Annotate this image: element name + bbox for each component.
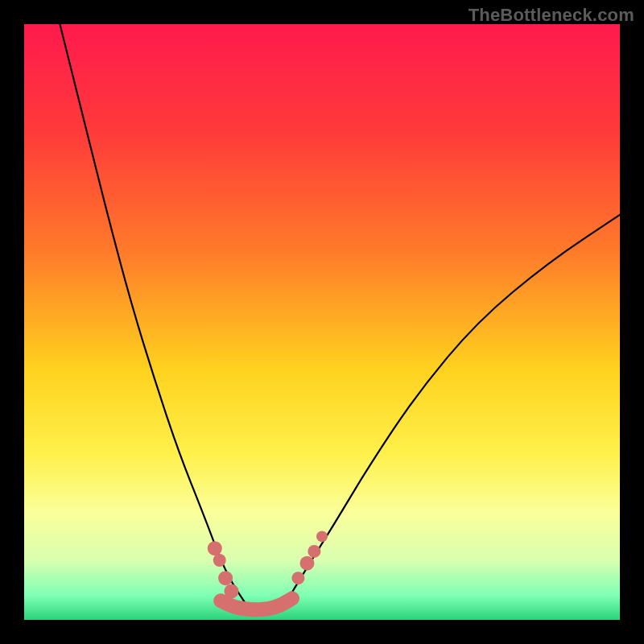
- data-marker: [316, 530, 328, 542]
- left-curve: [60, 24, 244, 602]
- watermark-text: TheBottleneck.com: [469, 5, 634, 26]
- right-curve: [287, 215, 620, 602]
- data-marker: [213, 554, 226, 567]
- data-marker: [308, 545, 320, 558]
- optimum-trough: [221, 598, 292, 609]
- data-marker: [218, 571, 233, 585]
- data-marker: [208, 541, 222, 555]
- markers-left: [208, 541, 239, 598]
- data-marker: [225, 584, 239, 598]
- data-marker: [291, 572, 304, 584]
- plot-area: [24, 24, 620, 620]
- data-marker: [300, 556, 315, 571]
- chart-frame: TheBottleneck.com: [0, 0, 644, 644]
- markers-right: [291, 530, 328, 584]
- curve-layer: [24, 24, 620, 620]
